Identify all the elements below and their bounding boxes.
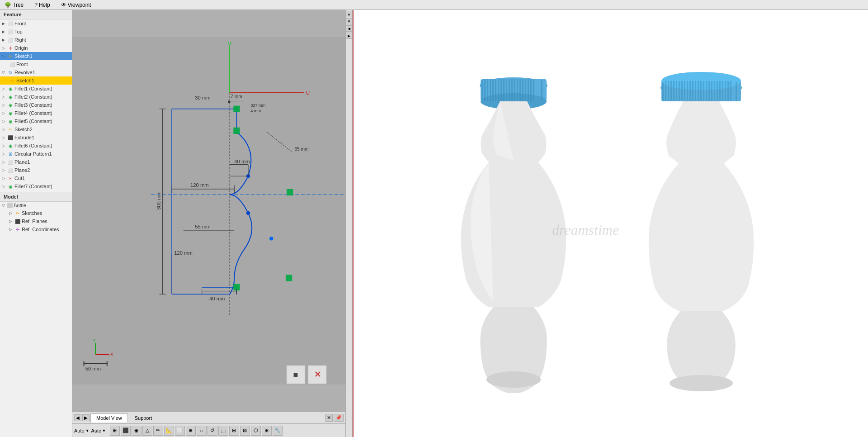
tree-item-cirpattern1[interactable]: ▷ ⊞ Circular Pattern1 [0,150,72,158]
help-icon: ? [34,2,38,8]
v-btn-2[interactable]: ▼ [346,18,352,24]
tree-item-sketch1[interactable]: ▷ ✏ Sketch1 [0,52,72,60]
tree-item-fillet2[interactable]: ▷ ◉ Fillet2 (Constant) [0,93,72,101]
sketch-icon: ✏ [7,126,14,133]
plane-icon: ⬜ [7,20,14,27]
feature-section-header: Feature [0,10,72,19]
tree-item-fillet1[interactable]: ▷ ◉ Fillet1 (Constant) [0,85,72,93]
v-btn-3[interactable]: ◀ [346,25,352,32]
fillet-icon: ◉ [7,86,14,92]
expand-icon: ▷ [2,95,6,99]
menu-help[interactable]: ? Help [32,1,52,9]
tree-item-bottle[interactable]: ▽ Bottle [0,202,72,209]
svg-rect-111 [730,81,731,101]
tree-item-fillet7[interactable]: ▷ ◉ Fillet7 (Constant) [0,182,72,190]
expand-icon: ▷ [2,152,6,156]
close-button[interactable]: ✕ [307,365,327,385]
pattern-icon: ⊞ [7,151,14,157]
menu-tree[interactable]: 🌳 Tree [2,1,26,9]
tree-item-ref-planes[interactable]: ▷ ⬛ Ref. Planes [0,217,72,225]
svg-rect-71 [509,79,510,101]
v-btn-4[interactable]: ▶ [346,33,352,39]
tab-model-view[interactable]: Model View [90,413,128,423]
dropdown-arrow2-icon: ▼ [102,428,106,433]
tab-support[interactable]: Support [129,413,158,423]
tab-close-btn[interactable]: ✕ [325,414,333,422]
toolbar-btn-4[interactable]: △ [142,426,152,436]
confirm-button[interactable]: ■ [286,365,306,385]
svg-rect-105 [714,81,715,101]
fillet-icon: ◉ [7,110,14,116]
tree-item-front[interactable]: ▶ ⬜ Front [0,19,72,28]
close-icon: ✕ [314,370,321,380]
svg-rect-104 [711,81,712,101]
tree-item-sketch2[interactable]: ▷ ✏ Sketch2 [0,125,72,133]
svg-rect-99 [698,81,699,101]
tree-item-fillet6[interactable]: ▷ ◉ Fillet6 (Constant) [0,142,72,150]
svg-rect-76 [522,79,524,101]
sketch-viewport[interactable]: V U [72,10,345,412]
tree-item-top[interactable]: ▶ ⬜ Top [0,28,72,36]
toolbar-btn-5[interactable]: ✏ [153,426,163,436]
svg-rect-91 [676,81,677,101]
tab-pin-btn[interactable]: 📌 [334,414,344,422]
toolbar-icons: ⊞ ⬛ ◉ △ ✏ 📐 ⬜ ⊕ ↔ ↺ ⬚ ⊟ ⊠ ⬡ ⊞ 🔧 [110,426,283,436]
tab-right-arrow[interactable]: ▶ [82,414,90,421]
toolbar-btn-3[interactable]: ◉ [132,426,142,436]
toolbar-btn-13[interactable]: ⊠ [240,426,250,436]
plane-icon: ⬜ [7,28,14,35]
plane-icon: ⬜ [7,37,14,43]
autoc-dropdown[interactable]: Autc ▼ [91,428,106,433]
tree-item-extrude1[interactable]: ▷ ⬛ Extrude1 [0,133,72,142]
fillet-icon: ◉ [7,102,14,108]
toolbar-btn-10[interactable]: ↺ [208,426,217,436]
tree-item-cut1[interactable]: ▷ ✂ Cut1 [0,174,72,182]
tab-nav-arrows: ◀ ▶ [74,414,90,421]
toolbar-btn-16[interactable]: 🔧 [273,426,283,436]
toolbar-btn-9[interactable]: ↔ [197,426,207,436]
expand-icon: ▷ [2,54,6,58]
expand-icon: ▶ [2,29,6,34]
toolbar-btn-2[interactable]: ⬛ [121,426,131,436]
toolbar-btn-15[interactable]: ⊞ [262,426,272,436]
tree-item-fillet3[interactable]: ▷ ◉ Fillet3 (Constant) [0,101,72,109]
toolbar-btn-7[interactable]: ⬜ [175,426,185,436]
toolbar-btn-12[interactable]: ⊟ [229,426,239,436]
plane-icon: ⬜ [9,61,15,67]
expand-icon: ▷ [2,143,6,148]
tree-item-fillet4[interactable]: ▷ ◉ Fillet4 (Constant) [0,109,72,117]
expand-icon: ▶ [2,38,6,42]
tree-item-plane1[interactable]: ▷ ⬜ Plane1 [0,158,72,166]
fillet-icon: ◉ [7,183,14,190]
svg-rect-14 [233,128,240,134]
tree-item-sketches[interactable]: ▷ ✏ Sketches [0,209,72,217]
tree-item-sketch1b[interactable]: ✏ Sketch1 [0,76,72,85]
svg-text:4 mm: 4 mm [250,109,261,113]
tree-item-origin[interactable]: ▷ ✛ Origin [0,44,72,52]
auto-dropdown[interactable]: Auto ▼ [74,428,90,433]
tree-item-revolve1[interactable]: ▽ ↻ Revolve1 [0,68,72,76]
svg-rect-109 [725,81,726,101]
toolbar-btn-6[interactable]: 📐 [164,426,174,436]
svg-point-20 [269,237,273,240]
menu-viewpoint[interactable]: 👁 Viewpoint [58,1,94,9]
ref-planes-icon: ⬛ [14,218,21,224]
svg-text:30 mm: 30 mm [195,95,210,100]
svg-rect-62 [484,79,486,101]
toolbar-btn-14[interactable]: ⬡ [251,426,261,436]
tree-item-plane2[interactable]: ▷ ⬜ Plane2 [0,166,72,174]
expand-icon: ▽ [2,70,6,75]
tree-item-right[interactable]: ▶ ⬜ Right [0,36,72,44]
svg-rect-106 [717,81,718,101]
toolbar-btn-1[interactable]: ⊞ [110,426,120,436]
tree-item-fillet5[interactable]: ▷ ◉ Fillet5 (Constant) [0,117,72,125]
tree-item-ref-coords[interactable]: ▷ ✛ Ref. Coordinates [0,225,72,233]
toolbar-btn-11[interactable]: ⬚ [218,426,228,436]
right-panel: dreamstime [353,10,868,437]
tab-left-arrow[interactable]: ◀ [74,414,81,421]
svg-rect-103 [708,81,710,101]
tree-item-front2[interactable]: ⬜ Front [0,60,72,68]
svg-text:300 mm: 300 mm [156,191,161,210]
v-btn-1[interactable]: ▲ [346,11,352,17]
toolbar-btn-8[interactable]: ⊕ [186,426,196,436]
